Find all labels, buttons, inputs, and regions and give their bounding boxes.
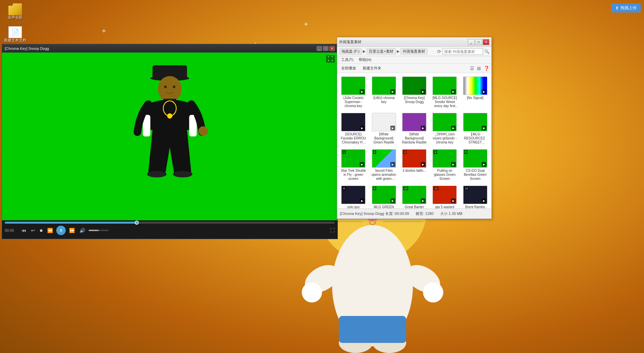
view-list-icon[interactable]: ☰ bbox=[470, 66, 474, 71]
file-label: Putting on glasses Green Screen bbox=[431, 169, 458, 181]
volume-button[interactable]: 🔊 bbox=[78, 227, 87, 234]
file-item[interactable]: ▶(UAU) chroma key bbox=[369, 74, 398, 110]
play-icon: ▶ bbox=[482, 198, 486, 203]
volume-fill bbox=[89, 230, 99, 231]
controls-row: 00:05 ⏮ ↩ ■ ⏪ ⏸ ⏩ 🔊 ⛶ bbox=[5, 226, 335, 235]
file-label: [No Signal] bbox=[462, 96, 488, 100]
menu-help[interactable]: 帮助(H) bbox=[356, 57, 374, 63]
fullscreen-overlay-button[interactable]: ⛶ bbox=[326, 55, 335, 63]
file-label: Brent Rambo bbox=[462, 205, 488, 208]
file-item[interactable]: 12▶Brent Rambo bbox=[460, 184, 490, 208]
search-input[interactable] bbox=[443, 48, 483, 55]
new-folder-button[interactable]: 新建文件夹 bbox=[361, 65, 383, 71]
play-icon: ▶ bbox=[451, 126, 456, 130]
file-explorer-window: 外国鬼畜素材 _ □ ✕ 地疏盘 (F:) ▶ 百度云盘+素材 ▶ 外国鬼畜素材… bbox=[337, 37, 492, 219]
rewind-button[interactable]: ⏮ bbox=[20, 227, 28, 234]
file-label: MLG GREEN SCREEN bbox=[371, 205, 397, 208]
svg-point-17 bbox=[302, 282, 322, 302]
play-icon: ▶ bbox=[360, 126, 364, 130]
next-button[interactable]: ⏩ bbox=[68, 227, 76, 234]
file-item[interactable]: 8▶yolo guy bbox=[339, 184, 368, 208]
file-item[interactable]: ▶_OHHH_com vozes gritando - chroma key bbox=[430, 111, 459, 147]
play-icon: ▶ bbox=[482, 89, 486, 94]
file-label: Great Banter Green bbox=[401, 205, 427, 208]
play-icon: ▶ bbox=[421, 162, 425, 167]
file-item[interactable]: ▶[MLG SOURCE] Smoke Weed every day first… bbox=[430, 74, 459, 110]
close-button[interactable]: ✕ bbox=[329, 46, 335, 51]
menu-tools[interactable]: 工具(T) bbox=[339, 57, 356, 63]
file-item[interactable]: ▶[White Background] Green Reptile bbox=[369, 111, 398, 147]
refresh-icon[interactable]: ⟳ bbox=[437, 49, 441, 54]
svg-point-18 bbox=[423, 282, 443, 302]
file-item[interactable]: ▶[White Background] Rainbow Reptile bbox=[399, 111, 429, 147]
play-icon: ▶ bbox=[421, 198, 425, 203]
size-info: 大小 1.35 MB bbox=[440, 211, 462, 216]
explorer-close-button[interactable]: ✕ bbox=[483, 39, 489, 45]
media-player-titlebar: [Chroma Key] Snoop Dogg _ □ ✕ bbox=[2, 44, 337, 53]
svg-point-24 bbox=[158, 76, 182, 102]
file-item[interactable]: ▶【MLG-RESOURCE】STREET FIGHTER KO -... bbox=[460, 111, 490, 147]
back-button[interactable]: ↩ bbox=[30, 227, 36, 234]
path-drive[interactable]: 地疏盘 (F:) bbox=[339, 48, 362, 55]
prev-button[interactable]: ⏪ bbox=[46, 227, 54, 234]
address-bar: 地疏盘 (F:) ▶ 百度云盘+素材 ▶ 外国鬼畜素材 ⟳ 🔍 bbox=[337, 47, 491, 56]
file-item[interactable]: ▶{SOURCE} Faustão ERROU Chromakey HD 108… bbox=[339, 111, 368, 147]
file-item[interactable]: ▶[No Signal] bbox=[460, 74, 490, 110]
explorer-window-controls: _ □ ✕ bbox=[468, 39, 489, 45]
path-folder2[interactable]: 外国鬼畜素材 bbox=[400, 48, 427, 55]
volume-slider[interactable] bbox=[89, 230, 109, 231]
video-content bbox=[2, 53, 337, 220]
file-item[interactable]: 9▶MLG GREEN SCREEN bbox=[369, 184, 398, 208]
play-icon: ▶ bbox=[390, 162, 395, 167]
explorer-titlebar: 外国鬼畜素材 _ □ ✕ bbox=[337, 37, 491, 47]
file-label: CS-GO Dual Berettas Green Screen bbox=[462, 169, 488, 181]
file-label: gta 5 wasted green bbox=[431, 205, 458, 208]
file-item[interactable]: 1▶Star Trek Shuttle in Fly - green scree… bbox=[339, 147, 368, 183]
upload-button[interactable]: ⬆ 拖拽上传 bbox=[611, 3, 641, 12]
file-item[interactable]: ▶[Chroma Key] Snoop Dogg bbox=[399, 74, 429, 110]
icon-doc1[interactable]: 📄 新建文本文档 bbox=[3, 26, 27, 42]
search-icon[interactable]: 🔍 bbox=[484, 49, 489, 54]
stop-button[interactable]: ■ bbox=[38, 227, 44, 234]
help-icon[interactable]: ❓ bbox=[484, 66, 489, 71]
folder-img bbox=[8, 3, 22, 15]
file-item[interactable]: 4▶Putting on glasses Green Screen bbox=[430, 147, 459, 183]
file-item[interactable]: ▶(Júlio Cocielo Superman - chroma key bbox=[339, 74, 368, 110]
explorer-minimize-button[interactable]: _ bbox=[468, 39, 475, 45]
file-label: yolo guy bbox=[340, 205, 366, 208]
file-grid: ▶(Júlio Cocielo Superman - chroma key▶(U… bbox=[337, 73, 491, 208]
file-label: [White Background] Rainbow Reptile bbox=[401, 132, 427, 145]
address-path: 地疏盘 (F:) ▶ 百度云盘+素材 ▶ 外国鬼畜素材 bbox=[339, 48, 436, 55]
svg-point-33 bbox=[173, 86, 175, 88]
minimize-button[interactable]: _ bbox=[317, 46, 322, 51]
play-pause-button[interactable]: ⏸ bbox=[56, 226, 66, 235]
thumb-number: 5 bbox=[464, 150, 468, 154]
view-detail-icon[interactable]: ⊞ bbox=[477, 66, 481, 71]
file-item[interactable]: 2▶Secret Files opens animation with gree… bbox=[369, 147, 398, 183]
explorer-toolbar: 全部播放 新建文件夹 ☰ ⊞ ❓ bbox=[337, 64, 491, 73]
path-folder1[interactable]: 百度云盘+素材 bbox=[366, 48, 395, 55]
play-all-button[interactable]: 全部播放 bbox=[339, 65, 358, 71]
file-label: 【MLG-RESOURCE】STREET FIGHTER KO -... bbox=[462, 132, 488, 145]
thumb-number: 9 bbox=[373, 187, 376, 190]
file-item[interactable]: 10▶Great Banter Green bbox=[399, 184, 429, 208]
file-grid-container[interactable]: ▶(Júlio Cocielo Superman - chroma key▶(U… bbox=[337, 73, 491, 208]
progress-thumb[interactable] bbox=[135, 221, 139, 225]
file-item[interactable]: 5▶CS-GO Dual Berettas Green Screen bbox=[460, 147, 490, 183]
current-time: 00:05 bbox=[5, 228, 18, 232]
menu-bar: 工具(T) 帮助(H) bbox=[337, 56, 491, 64]
svg-point-34 bbox=[198, 126, 208, 136]
fullscreen-button[interactable]: ⛶ bbox=[330, 228, 335, 233]
progress-fill bbox=[5, 222, 137, 224]
maximize-button[interactable]: □ bbox=[323, 46, 328, 51]
upload-label: 拖拽上传 bbox=[620, 5, 637, 11]
progress-bar[interactable] bbox=[5, 222, 335, 224]
icon-meeting[interactable]: 会声会影 bbox=[3, 3, 27, 20]
thumb-number: 12 bbox=[464, 187, 469, 190]
file-item[interactable]: 11▶gta 5 wasted green bbox=[430, 184, 459, 208]
play-icon: ▶ bbox=[390, 89, 395, 94]
video-area: ⛶ bbox=[2, 53, 337, 220]
file-label: 3 doritos fallin... bbox=[401, 169, 427, 173]
explorer-maximize-button[interactable]: □ bbox=[475, 39, 482, 45]
file-item[interactable]: 3▶3 doritos fallin... bbox=[399, 147, 429, 183]
